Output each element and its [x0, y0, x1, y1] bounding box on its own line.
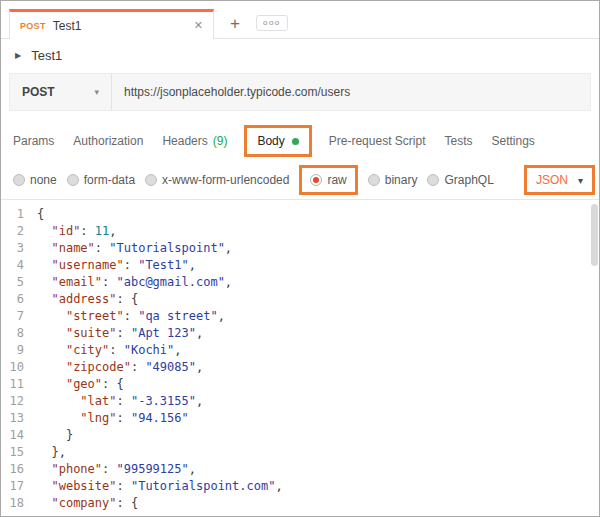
tab-authorization[interactable]: Authorization — [73, 134, 143, 148]
line-number: 9 — [1, 342, 37, 359]
body-filled-dot — [292, 138, 299, 145]
code-line[interactable]: 10 "zipcode": "49085", — [1, 359, 599, 376]
code-line[interactable]: 2 "id": 11, — [1, 223, 599, 240]
code-line[interactable]: 12 "lat": "-3.3155", — [1, 393, 599, 410]
code-line[interactable]: 6 "address": { — [1, 291, 599, 308]
body-type-label: GraphQL — [444, 173, 493, 187]
method-dropdown[interactable]: POST ▾ — [10, 74, 112, 110]
code-text: "username": "Test1", — [37, 257, 196, 274]
token: "Tutorialspoint" — [109, 241, 225, 255]
tab-label: Headers — [162, 134, 207, 148]
code-text: "phone": "99599125", — [37, 461, 196, 478]
request-name-row: ▶ Test1 — [1, 39, 599, 71]
request-tab[interactable]: POST Test1 ✕ — [9, 9, 214, 39]
new-tab-button[interactable]: + — [230, 15, 240, 32]
tab-label: Pre-request Script — [329, 134, 426, 148]
code-line[interactable]: 16 "phone": "99599125", — [1, 461, 599, 478]
code-line[interactable]: 3 "name": "Tutorialspoint", — [1, 240, 599, 257]
token: , — [225, 275, 232, 289]
tab-pre-request-script[interactable]: Pre-request Script — [329, 134, 426, 148]
token: , — [189, 462, 196, 476]
code-text: } — [37, 427, 73, 444]
code-line[interactable]: 14 } — [1, 427, 599, 444]
tab-params[interactable]: Params — [13, 134, 54, 148]
token: "Apt 123" — [131, 326, 196, 340]
body-type-none[interactable]: none — [13, 173, 57, 187]
radio-icon — [368, 174, 380, 186]
code-line[interactable]: 7 "street": "qa street", — [1, 308, 599, 325]
tab-label: Tests — [444, 134, 472, 148]
chevron-down-icon: ▾ — [578, 175, 583, 186]
line-number: 6 — [1, 291, 37, 308]
body-type-binary[interactable]: binary — [368, 173, 418, 187]
radio-icon — [145, 174, 157, 186]
token: : — [109, 343, 123, 357]
request-title: Test1 — [31, 48, 62, 63]
line-number: 13 — [1, 410, 37, 427]
token: : — [102, 462, 116, 476]
token: "94.156" — [131, 411, 189, 425]
token — [37, 224, 51, 238]
token: "city" — [66, 343, 109, 357]
code-line[interactable]: 8 "suite": "Apt 123", — [1, 325, 599, 342]
tab-body[interactable]: Body — [244, 125, 311, 157]
body-type-x-www-form-urlencoded[interactable]: x-www-form-urlencoded — [145, 173, 289, 187]
line-number: 12 — [1, 393, 37, 410]
token: : — [116, 411, 130, 425]
token: "zipcode" — [66, 360, 131, 374]
line-number: 10 — [1, 359, 37, 376]
token — [37, 462, 51, 476]
code-line[interactable]: 13 "lng": "94.156" — [1, 410, 599, 427]
line-number: 4 — [1, 257, 37, 274]
token — [37, 360, 66, 374]
token — [37, 479, 51, 493]
token: "website" — [51, 479, 116, 493]
code-text: "lat": "-3.3155", — [37, 393, 203, 410]
tab-label: Params — [13, 134, 54, 148]
token: "Test1" — [138, 258, 189, 272]
token: "49085" — [145, 360, 196, 374]
code-editor[interactable]: 1{2 "id": 11,3 "name": "Tutorialspoint",… — [1, 199, 599, 516]
code-line[interactable]: 1{ — [1, 206, 599, 223]
url-input[interactable]: https://jsonplaceholder.typicode.com/use… — [112, 85, 590, 99]
code-text: "name": "Tutorialspoint", — [37, 240, 232, 257]
token: : — [102, 275, 116, 289]
body-type-graphql[interactable]: GraphQL — [427, 173, 493, 187]
token — [37, 258, 51, 272]
code-line[interactable]: 4 "username": "Test1", — [1, 257, 599, 274]
expander-icon[interactable]: ▶ — [15, 51, 21, 60]
line-number: 3 — [1, 240, 37, 257]
code-line[interactable]: 15 }, — [1, 444, 599, 461]
token: "name" — [51, 241, 94, 255]
tab-headers[interactable]: Headers(9) — [162, 134, 227, 148]
tab-tests[interactable]: Tests — [444, 134, 472, 148]
body-type-label: raw — [327, 173, 346, 187]
token: : — [131, 360, 145, 374]
code-line[interactable]: 11 "geo": { — [1, 376, 599, 393]
token: "suite" — [66, 326, 117, 340]
chevron-down-icon: ▾ — [94, 87, 99, 97]
more-options-button[interactable]: ooo — [256, 15, 288, 31]
body-type-raw[interactable]: raw — [299, 165, 357, 195]
token — [37, 241, 51, 255]
headers-count-badge: (9) — [213, 134, 228, 148]
token — [37, 275, 51, 289]
tab-settings[interactable]: Settings — [492, 134, 535, 148]
code-text: { — [37, 206, 44, 223]
code-text: "website": "Tutorialspoint.com", — [37, 478, 283, 495]
token: "-3.3155" — [131, 394, 196, 408]
close-icon[interactable]: ✕ — [194, 19, 203, 32]
line-number: 15 — [1, 444, 37, 461]
code-line[interactable]: 18 "company": { — [1, 495, 599, 512]
token: : — [124, 258, 138, 272]
language-dropdown[interactable]: JSON — [536, 173, 568, 187]
body-type-form-data[interactable]: form-data — [67, 173, 135, 187]
code-line[interactable]: 17 "website": "Tutorialspoint.com", — [1, 478, 599, 495]
line-number: 18 — [1, 495, 37, 512]
scrollbar[interactable] — [591, 204, 598, 266]
code-line[interactable]: 5 "email": "abc@gmail.com", — [1, 274, 599, 291]
token: "company" — [51, 496, 116, 510]
token: , — [109, 224, 116, 238]
code-line[interactable]: 9 "city": "Kochi", — [1, 342, 599, 359]
tab-label: Body — [257, 134, 284, 148]
